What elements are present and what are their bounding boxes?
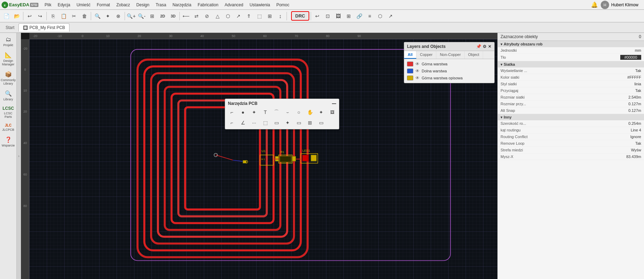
sidebar-jlcpcb[interactable]: JLC JLCPCB [1,121,16,134]
zoom-in-btn[interactable]: 🔍+ [126,11,136,21]
pcb-tools-close[interactable]: — [332,101,336,106]
fit-btn[interactable]: ⊞ [147,11,157,21]
layers-settings-icon[interactable]: ⚙ [483,44,487,49]
menu-trasa[interactable]: Trasa [153,2,169,8]
tool-rect[interactable]: ▭ [271,118,282,128]
copy-btn[interactable]: ⎘ [48,11,58,21]
tool-star[interactable]: ✦ [316,107,326,117]
alt-snap-label: Alt Snap [501,108,571,113]
tab-all[interactable]: All [404,51,416,59]
bell-icon[interactable]: 🔔 [591,1,598,8]
tool-rect2[interactable]: ▭ [294,118,304,128]
selected-panel: Zaznaczone obiekty 0 [498,33,644,41]
tb-right7[interactable]: ⬡ [375,11,385,21]
tool-circle[interactable]: ○ [294,107,304,117]
tool-arc2[interactable]: ⌣ [282,107,293,117]
sidebar-wsparcie[interactable]: ❓ Wsparcie [1,134,16,149]
zoom-out-btn[interactable]: 🔍- [137,11,147,21]
mode-3d-btn[interactable]: 3D [168,11,178,21]
menu-design[interactable]: Design [134,2,152,8]
tab-pcb[interactable]: 🔲 PCB_My First PCB [18,23,69,31]
redo-btn[interactable]: ↪ [35,11,45,21]
pcb-content[interactable]: U1 H·1 R1 LED1 [29,39,497,279]
tool-rect-dash[interactable]: ⬚ [260,118,271,128]
tb-extra2[interactable]: ⇄ [192,11,201,21]
open-file-btn[interactable]: 📂 [12,11,22,21]
menu-pomoc[interactable]: Pomoc [274,2,292,8]
tool-via[interactable]: ✦ [249,107,259,117]
tool-cross[interactable]: ✦ [282,118,293,128]
tb-extra5[interactable]: ⬡ [223,11,233,21]
tab-copper[interactable]: Copper [416,51,436,59]
menu-format[interactable]: Format [94,2,113,8]
tool-board[interactable]: ▭ [316,118,326,128]
search-btn[interactable]: 🔍 [92,11,102,21]
tb-right2[interactable]: ⊡ [323,11,333,21]
undo-btn[interactable]: ↩ [25,11,35,21]
canvas-area[interactable]: -20 -10 0 10 20 30 40 50 60 70 80 90 -20… [21,33,497,279]
drc-button[interactable]: DRC [291,11,309,21]
delete-btn[interactable]: 🗑 [80,11,89,21]
selected-count: 0 [639,34,641,39]
tab-start[interactable]: Start [1,24,18,31]
menu-narzedzia[interactable]: Narzędzia [170,2,194,8]
tb-extra6[interactable]: ↗ [234,11,243,21]
tab-non-copper[interactable]: Non-Copper [436,51,465,59]
routing-conflict-row: Routing Conflict Ignore [498,134,644,140]
sidebar-projekt[interactable]: 🗂 Projekt [1,34,16,49]
menu-ustawienia[interactable]: Ustawienia [247,2,273,8]
menu-zobacz[interactable]: Zobacz [113,2,133,8]
tb-right1[interactable]: ↩ [312,11,322,21]
drc-container: DRC [288,10,309,22]
new-file-btn[interactable]: 📄 [1,11,11,21]
menu-umiesc[interactable]: Umieść [74,2,93,8]
tool-text[interactable]: T [260,107,271,117]
tool-hand[interactable]: ✋ [305,107,315,117]
tb-right6[interactable]: ≡ [365,11,375,21]
sidebar-design-manager[interactable]: 📐 Design Manager [1,50,16,68]
sidebar-collapse[interactable]: › [17,33,21,279]
layer-eye-gorna[interactable]: 👁 [415,62,420,66]
tb-right8[interactable]: ↗ [386,11,395,21]
tb-extra3[interactable]: ⊘ [202,11,212,21]
menu-fabrication[interactable]: Fabrication [195,2,221,8]
layers-pin-icon[interactable]: 📌 [476,44,481,49]
tb-extra10[interactable]: ↨ [275,11,285,21]
sep5 [179,12,180,20]
tool-arc1[interactable]: ⌒ [271,107,282,117]
sidebar-commonly-library[interactable]: 📦 Commonly Library [1,69,16,87]
tab-object[interactable]: Object [465,51,483,59]
tool-pad[interactable]: ● [238,107,248,117]
ruler-h-svg: -20 -10 0 10 20 30 40 50 60 70 80 90 [29,33,497,39]
tb-extra4[interactable]: △ [213,11,222,21]
tool-image[interactable]: 🖼 [327,107,338,117]
menu-advanced[interactable]: Advanced [222,2,246,8]
tb-right3[interactable]: 🖼 [333,11,343,21]
bg-value[interactable]: #00000 [620,55,641,60]
menu-edycja[interactable]: Edycja [55,2,73,8]
clear-btn[interactable]: ⊗ [113,11,123,21]
cut-btn[interactable]: ✂ [69,11,79,21]
tb-extra9[interactable]: ⊞ [265,11,275,21]
layer-eye-dolna[interactable]: 👁 [415,69,420,73]
layer-eye-opisowa[interactable]: 👁 [415,76,420,80]
tool-angle[interactable]: ∠ [238,118,248,128]
tool-route[interactable]: ⌐ [227,107,237,117]
tool-dot[interactable]: ··· [249,118,259,128]
tool-corner[interactable]: ⌐ [227,118,237,128]
sidebar-lcsc-parts[interactable]: LCSC LCSC Parts [1,104,16,121]
sidebar-library[interactable]: 🔍 Library [1,88,16,103]
svg-text:H·1: H·1 [261,158,265,160]
tb-extra1[interactable]: ⟵ [181,11,191,21]
grid-color-row: Kolor siatki #FFFFF [498,74,644,81]
mode-2d-btn[interactable]: 2D [158,11,168,21]
tb-extra8[interactable]: ⬚ [254,11,264,21]
layers-close-icon[interactable]: ✕ [488,44,491,49]
menu-plik[interactable]: Plik [42,2,54,8]
tb-extra7[interactable]: ⇑ [244,11,254,21]
paste-btn[interactable]: 📋 [59,11,68,21]
tb-right4[interactable]: ⊞ [344,11,354,21]
highlight-btn[interactable]: ✦ [103,11,113,21]
tool-grid[interactable]: ⊞ [305,118,315,128]
tb-right5[interactable]: 🔗 [354,11,364,21]
